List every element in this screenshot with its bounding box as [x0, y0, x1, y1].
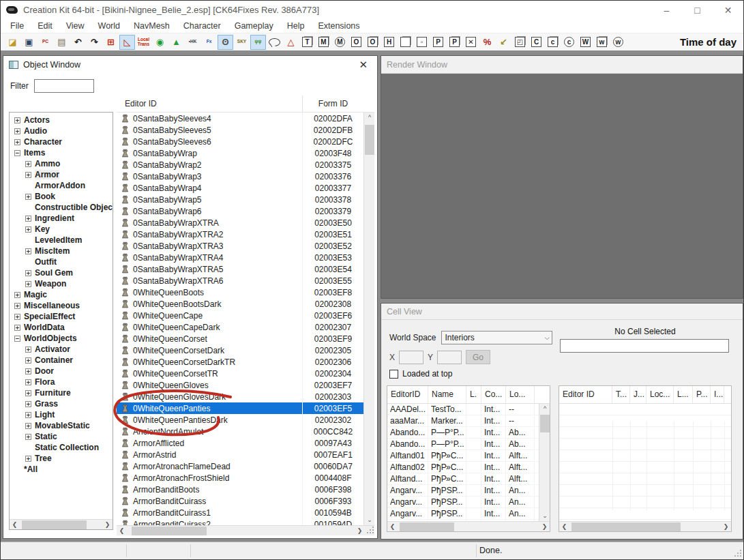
refs-column-header-i[interactable]: I...	[711, 386, 724, 403]
menu-help[interactable]: Help	[280, 20, 312, 32]
world-icon[interactable]: ◉	[152, 35, 168, 50]
expand-icon[interactable]: +	[25, 434, 31, 440]
object-list-scroll-thumb[interactable]	[365, 125, 374, 155]
expand-icon[interactable]: +	[14, 139, 20, 145]
object-list-row[interactable]: 0SantaBabyWrapXTRA02003E50	[117, 217, 363, 229]
expand-icon[interactable]: +	[25, 379, 31, 385]
tree-item-constructible-objec[interactable]: Constructible Objec	[10, 202, 113, 213]
tree-item-light[interactable]: +Light	[10, 409, 113, 420]
object-list-row[interactable]: 0WhiteQueenCorsetDark02002305	[117, 344, 363, 356]
column-header-editor-id[interactable]: Editor ID	[117, 99, 302, 108]
box-small-icon[interactable]: ▫	[414, 35, 430, 50]
tree-item-miscellaneous[interactable]: +Miscellaneous	[10, 300, 113, 311]
resize-grip[interactable]	[366, 527, 374, 535]
expand-icon[interactable]: +	[14, 314, 20, 320]
maximize-button[interactable]: □	[682, 1, 713, 19]
tree-item-flora[interactable]: +Flora	[10, 377, 113, 387]
menu-world[interactable]: World	[91, 20, 127, 32]
cells-column-header-lo[interactable]: Lo...	[506, 386, 535, 403]
warning-marker-icon[interactable]: △	[283, 35, 299, 50]
circle-M-icon[interactable]: M	[332, 35, 348, 50]
minimize-button[interactable]: –	[651, 1, 682, 19]
box-H-icon[interactable]: H	[381, 35, 397, 50]
object-list-row[interactable]: 0WhiteQueenCape02003EF6	[117, 310, 363, 321]
expand-icon[interactable]: +	[25, 423, 31, 429]
menu-file[interactable]: File	[3, 20, 31, 32]
preferences-icon[interactable]: ▤	[54, 35, 70, 50]
cell-objects-scroll-thumb-h[interactable]	[571, 522, 681, 531]
object-list-row[interactable]: ArmorAtronachFrostShield0004408F	[117, 472, 363, 484]
object-list-row[interactable]: 0SantaBabyWrapXTRA602003E55	[117, 275, 363, 286]
statusbar-resize-grip[interactable]	[733, 549, 742, 558]
circle-W-icon[interactable]: w	[610, 35, 626, 50]
object-list-row[interactable]: 0WhiteQueenBoots02003EF8	[117, 286, 363, 298]
cube-W-icon[interactable]: w	[594, 35, 610, 50]
cube-plain-icon[interactable]	[398, 35, 413, 50]
box-O-icon[interactable]: O	[348, 35, 364, 50]
object-list-row[interactable]: 0WhiteQueenCorsetDarkTR02002306	[117, 356, 363, 368]
refs-column-header-j[interactable]: J...	[630, 386, 646, 403]
cube-C-icon[interactable]: c	[545, 35, 561, 50]
expand-icon[interactable]: +	[14, 303, 20, 309]
expand-icon[interactable]: +	[25, 194, 31, 200]
object-list-row[interactable]: 0WhiteQueenCapeDark02002307	[117, 321, 363, 333]
cells-column-header-name[interactable]: Name	[428, 386, 466, 403]
object-list-row[interactable]: 0SantaBabyWrap02003F48	[117, 147, 363, 159]
tree-item-miscitem[interactable]: +MiscItem	[10, 246, 113, 256]
x-coordinate-input[interactable]	[399, 351, 423, 364]
object-list-row[interactable]: 0WhiteQueenGlovesDark02002303	[117, 391, 363, 402]
tree-item-grass[interactable]: +Grass	[10, 398, 113, 409]
sky-icon[interactable]: SKY	[234, 35, 250, 50]
expand-icon[interactable]: +	[25, 161, 31, 167]
object-window-titlebar[interactable]: Object Window ✕	[3, 56, 377, 74]
cells-scroll-thumb-h[interactable]	[400, 522, 454, 531]
object-list-row[interactable]: 0WhiteQueenCorsetTR02002304	[117, 368, 363, 379]
cells-table-row[interactable]: AAADel...TestTo...Int...--	[387, 404, 539, 415]
object-list-row[interactable]: 0SantaBabyWrapXTRA502003E54	[117, 263, 363, 275]
cells-column-header-editorid[interactable]: EditorID	[387, 386, 428, 403]
cells-column-header-co[interactable]: Co...	[481, 386, 506, 403]
box-P-icon[interactable]: P	[430, 35, 446, 50]
expand-icon[interactable]: +	[25, 216, 31, 222]
object-list-row[interactable]: 0SantaBabyWrapXTRA402003E53	[117, 252, 363, 263]
cell-view-titlebar[interactable]: Cell View	[381, 304, 743, 320]
close-button[interactable]: ✕	[713, 1, 743, 19]
scroll-left-icon[interactable]: ❮	[559, 522, 569, 532]
expand-icon[interactable]: +	[25, 347, 31, 353]
version-control-icon[interactable]: PC	[38, 35, 53, 50]
object-window-close-icon[interactable]: ✕	[355, 59, 372, 71]
tree-item-items[interactable]: −Items	[10, 147, 113, 158]
water-fx-icon[interactable]: Fx	[201, 35, 217, 50]
landscape-icon[interactable]: ▲	[168, 35, 184, 50]
tree-item-outfit[interactable]: Outfit	[10, 256, 113, 267]
scroll-right-icon[interactable]: ❯	[539, 522, 550, 532]
tree-item-container[interactable]: +Container	[10, 355, 113, 366]
collapse-icon[interactable]: −	[14, 150, 20, 156]
scroll-down-icon[interactable]: ⌄	[364, 515, 374, 525]
local-transform-icon[interactable]: Local Trans	[136, 35, 151, 50]
object-list-row[interactable]: 0SantaBabyWrapXTRA202003E51	[117, 229, 363, 240]
tree-item-door[interactable]: +Door	[10, 366, 113, 377]
object-list-row[interactable]: ArmorBanditCuirass20010594D	[117, 518, 363, 525]
object-list-row[interactable]: 0WhiteQueenGloves02003EF7	[117, 379, 363, 391]
expand-icon[interactable]: +	[14, 292, 20, 298]
scroll-right-icon[interactable]: ❯	[721, 522, 731, 532]
cells-table-vertical-scrollbar[interactable]: ^ ⌄	[539, 404, 550, 521]
expand-icon[interactable]: +	[25, 270, 31, 276]
world-space-dropdown[interactable]: Interiors ⌵	[441, 331, 552, 344]
menu-view[interactable]: View	[59, 20, 91, 32]
snap-to-grid-icon[interactable]: ⊞	[103, 35, 119, 50]
tree-item-book[interactable]: +Book	[10, 191, 113, 202]
scroll-up-icon[interactable]: ^	[364, 113, 374, 123]
expand-icon[interactable]: +	[25, 456, 31, 462]
refs-column-header-t[interactable]: T...	[612, 386, 630, 403]
filter-input[interactable]	[34, 79, 94, 93]
cells-table-row[interactable]: Abando...Р—Р°Р...Int...Ab...	[387, 439, 539, 450]
scroll-down-icon[interactable]: ⌄	[539, 511, 550, 521]
expand-icon[interactable]: +	[25, 368, 31, 374]
expand-icon[interactable]: +	[25, 226, 31, 233]
tree-item-magic[interactable]: +Magic	[10, 289, 113, 300]
menu-extensions[interactable]: Extensions	[311, 20, 366, 32]
tree-item-ingredient[interactable]: +Ingredient	[10, 213, 113, 224]
expand-icon[interactable]: +	[25, 172, 31, 178]
